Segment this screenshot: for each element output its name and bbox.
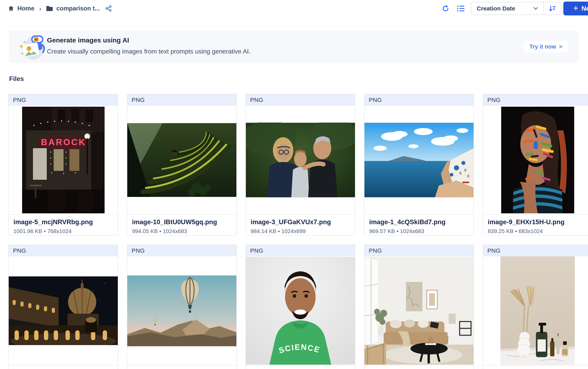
folder-icon	[46, 6, 53, 11]
thumbnail-image	[246, 106, 355, 214]
file-name: image-10_IBtU0UW5gq.png	[132, 218, 232, 226]
banner-title: Generate images using AI	[47, 36, 129, 44]
file-grid: PNG BAROCK image-5_mcjNRVRbg.pn	[8, 94, 588, 369]
thumbnail-image: SCIENCE	[246, 256, 355, 365]
file-card[interactable]: PNG image-1_4cQSkiBd7.png 969.57 KB • 10…	[364, 94, 474, 236]
file-meta: 994.05 KB • 1024x683	[132, 228, 232, 235]
ai-robot-icon: AI	[19, 32, 48, 62]
list-view-icon[interactable]	[457, 5, 465, 12]
sort-descending-icon[interactable]	[544, 2, 561, 15]
file-card[interactable]: PNG SCIENCE	[245, 245, 355, 369]
thumbnail-image: BAROCK	[9, 106, 118, 214]
file-card[interactable]: PNG	[127, 94, 237, 236]
file-name: image-1_4cQSkiBd7.png	[369, 218, 469, 226]
breadcrumb: Home › comparison t...	[8, 0, 112, 17]
file-meta: 969.57 KB • 1024x683	[369, 228, 469, 235]
file-card[interactable]: PNG	[127, 245, 237, 369]
home-icon[interactable]	[8, 5, 14, 12]
thumbnail-image	[483, 106, 588, 214]
thumbnail-image	[127, 106, 236, 214]
file-type-badge: PNG	[9, 245, 118, 256]
thumbnail-image	[483, 256, 588, 365]
file-card[interactable]: PNG BAROCK image-5_mcjNRVRbg.pn	[8, 94, 118, 236]
file-card[interactable]: PNG	[483, 245, 588, 369]
plus-icon: +	[573, 4, 578, 12]
file-meta: 984.14 KB • 1024x699	[251, 228, 350, 235]
new-button[interactable]: + New	[563, 1, 588, 15]
file-card[interactable]: PNG	[8, 245, 118, 369]
file-type-badge: PNG	[127, 245, 236, 256]
toolbar: Creation Date + New	[438, 0, 588, 17]
thumbnail-image	[9, 256, 118, 365]
file-card[interactable]: PNG	[483, 94, 588, 236]
svg-text:BAROCK: BAROCK	[41, 137, 86, 147]
file-type-badge: PNG	[483, 245, 588, 256]
file-name: image-9_EHXr15H-U.png	[488, 218, 588, 226]
chevron-down-icon	[534, 7, 538, 10]
thumbnail-image	[127, 256, 236, 365]
sort-control-group: Creation Date	[471, 2, 562, 15]
top-bar: Home › comparison t...	[0, 0, 588, 17]
refresh-icon[interactable]	[441, 5, 450, 12]
file-type-badge: PNG	[127, 94, 236, 106]
files-heading: Files	[9, 75, 24, 82]
breadcrumb-separator: ›	[39, 5, 41, 12]
file-type-badge: PNG	[364, 245, 474, 256]
file-type-badge: PNG	[246, 94, 355, 106]
thumbnail-image	[364, 106, 474, 214]
share-icon[interactable]	[105, 5, 112, 12]
try-it-now-button[interactable]: Try it now >	[523, 41, 568, 52]
chevron-right-icon: >	[559, 43, 562, 50]
sort-select[interactable]: Creation Date	[471, 2, 543, 15]
file-name: image-3_UFGaKVUx7.png	[251, 218, 350, 226]
file-type-badge: PNG	[364, 94, 474, 106]
breadcrumb-folder[interactable]: comparison t...	[56, 5, 100, 12]
file-card[interactable]: PNG image-3_UFGaKVUx7	[245, 94, 355, 236]
banner-subtitle: Create visually compelling images from t…	[47, 48, 251, 55]
file-meta: 839.25 KB • 683x1024	[488, 228, 588, 235]
file-type-badge: PNG	[9, 94, 118, 106]
breadcrumb-home[interactable]: Home	[17, 5, 34, 12]
sort-select-value: Creation Date	[477, 5, 515, 12]
file-name: image-5_mcjNRVRbg.png	[13, 218, 113, 226]
svg-text:AI: AI	[35, 38, 38, 41]
file-type-badge: PNG	[246, 245, 355, 256]
ai-banner: AI Generate images using AI Create visua…	[9, 31, 579, 63]
file-meta: 1001.96 KB • 768x1024	[13, 228, 113, 235]
file-type-badge: PNG	[483, 94, 588, 106]
thumbnail-image	[364, 256, 474, 365]
file-card[interactable]: PNG	[364, 245, 474, 369]
